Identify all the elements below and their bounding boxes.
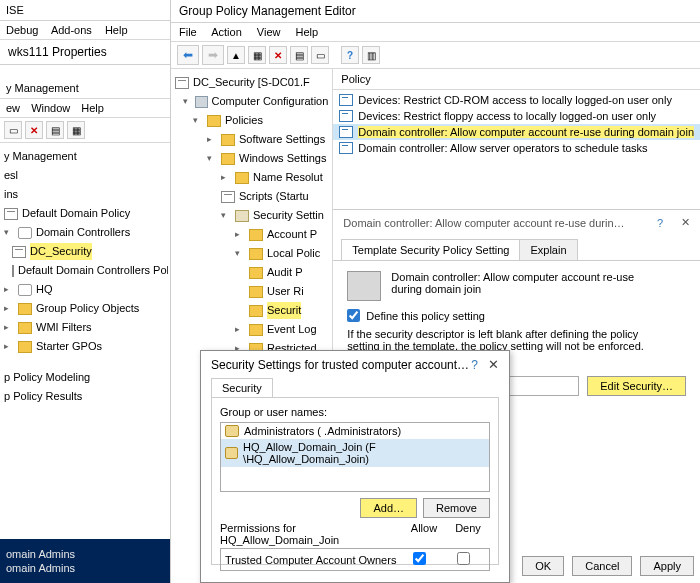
menu-view2[interactable]: View	[257, 26, 281, 38]
gpme-toolbar: ⬅ ➡ ▲ ▦ ✕ ▤ ▭ ? ▥	[171, 42, 700, 69]
chevron-right-icon[interactable]: ▸	[235, 321, 245, 338]
ou-icon	[18, 227, 32, 239]
tree-starter[interactable]: ▸Starter GPOs	[2, 337, 168, 356]
tree-default-domain-policy[interactable]: Default Domain Policy	[2, 204, 168, 223]
tree-modeling[interactable]: p Policy Modeling	[2, 368, 168, 387]
tree-forest[interactable]: esl	[2, 166, 168, 185]
tree-computer-config[interactable]: ▾Computer Configuration	[173, 92, 330, 111]
export-icon[interactable]: ▭	[311, 46, 329, 64]
group-row[interactable]: Administrators ( .Administrators)	[221, 423, 489, 439]
policy-row[interactable]: Domain controller: Allow server operator…	[333, 140, 700, 156]
tree-root-label: y Management	[4, 148, 77, 165]
menu-action[interactable]: Action	[211, 26, 242, 38]
add-button[interactable]: Add…	[360, 498, 417, 518]
tree-local-policies[interactable]: ▾Local Polic	[173, 244, 330, 263]
chevron-down-icon[interactable]: ▾	[4, 224, 14, 241]
close-icon[interactable]: ✕	[488, 357, 499, 372]
tree-software-settings[interactable]: ▸Software Settings	[173, 130, 330, 149]
tree-root[interactable]: y Management	[2, 147, 168, 166]
policy-row[interactable]: Devices: Restrict floppy access to local…	[333, 108, 700, 124]
tree-windows-settings[interactable]: ▾Windows Settings	[173, 149, 330, 168]
chevron-right-icon[interactable]: ▸	[235, 226, 245, 243]
tree-default-dc-policy[interactable]: Default Domain Controllers Pol	[2, 261, 168, 280]
group-user-list[interactable]: Administrators ( .Administrators) HQ_All…	[220, 422, 490, 492]
help-icon[interactable]: ?	[657, 217, 663, 229]
chevron-right-icon[interactable]: ▸	[4, 300, 14, 317]
menu-window[interactable]: Window	[31, 102, 70, 114]
tree-event-log[interactable]: ▸Event Log	[173, 320, 330, 339]
chevron-right-icon[interactable]: ▸	[4, 338, 14, 355]
menu-view[interactable]: ew	[6, 102, 20, 114]
deny-checkbox[interactable]	[457, 552, 470, 565]
options-icon[interactable]: ▥	[362, 46, 380, 64]
chevron-down-icon[interactable]: ▾	[193, 112, 203, 129]
toolbar-properties-icon[interactable]: ▤	[46, 121, 64, 139]
ok-button[interactable]: OK	[522, 556, 564, 576]
chevron-right-icon[interactable]: ▸	[4, 281, 14, 298]
chevron-right-icon[interactable]: ▸	[221, 169, 231, 186]
policy-column-header[interactable]: Policy	[333, 69, 700, 90]
chevron-right-icon[interactable]: ▸	[4, 319, 14, 336]
toolbar-delete-icon[interactable]: ✕	[25, 121, 43, 139]
tab-explain[interactable]: Explain	[519, 239, 577, 260]
tree-domain-controllers[interactable]: ▾Domain Controllers	[2, 223, 168, 242]
dialog-buttons: OK Cancel Apply	[522, 556, 694, 576]
menu-addons[interactable]: Add-ons	[51, 24, 92, 36]
tab-security[interactable]: Security	[211, 378, 273, 397]
chevron-down-icon[interactable]: ▾	[183, 93, 191, 110]
up-icon[interactable]: ▲	[227, 46, 245, 64]
tree-gpo-root[interactable]: DC_Security [S-DC01.F	[173, 73, 330, 92]
menu-debug[interactable]: Debug	[6, 24, 38, 36]
tree-account-policies[interactable]: ▸Account P	[173, 225, 330, 244]
tree-policies[interactable]: ▾Policies	[173, 111, 330, 130]
tree-audit-policy[interactable]: Audit P	[173, 263, 330, 282]
close-icon[interactable]: ✕	[681, 216, 690, 229]
tab-template[interactable]: Template Security Policy Setting	[341, 239, 520, 260]
help-icon[interactable]: ?	[471, 358, 478, 372]
tree-gpo[interactable]: ▸Group Policy Objects	[2, 299, 168, 318]
setting-note: If the security descriptor is left blank…	[347, 328, 647, 352]
toolbar-new-window-icon[interactable]: ▭	[4, 121, 22, 139]
chevron-down-icon[interactable]: ▾	[221, 207, 231, 224]
allow-checkbox[interactable]	[413, 552, 426, 565]
tree-results[interactable]: p Policy Results	[2, 387, 168, 406]
gpmc-tree[interactable]: y Management esl ins Default Domain Poli…	[0, 143, 170, 410]
policy-row[interactable]: Devices: Restrict CD-ROM access to local…	[333, 92, 700, 108]
menu-help3[interactable]: Help	[296, 26, 319, 38]
properties-icon[interactable]: ▤	[290, 46, 308, 64]
apply-button[interactable]: Apply	[640, 556, 694, 576]
policy-list[interactable]: Devices: Restrict CD-ROM access to local…	[333, 90, 700, 158]
define-policy-checkbox[interactable]: Define this policy setting	[347, 309, 686, 322]
edit-security-button[interactable]: Edit Security…	[587, 376, 686, 396]
remove-button[interactable]: Remove	[423, 498, 490, 518]
help-icon[interactable]: ?	[341, 46, 359, 64]
gpme-title: Group Policy Management Editor	[171, 0, 700, 23]
allow-header: Allow	[402, 522, 446, 546]
tree-dc-security[interactable]: DC_Security	[2, 242, 168, 261]
back-icon[interactable]: ⬅	[177, 45, 199, 65]
show-hide-tree-icon[interactable]: ▦	[248, 46, 266, 64]
group-row-selected[interactable]: HQ_Allow_Domain_Join (F \HQ_Allow_Domain…	[221, 439, 489, 467]
label: Security Settin	[253, 207, 324, 224]
tree-scripts[interactable]: Scripts (Startu	[173, 187, 330, 206]
tree-domains[interactable]: ins	[2, 185, 168, 204]
define-checkbox-input[interactable]	[347, 309, 360, 322]
toolbar-refresh-icon[interactable]: ▦	[67, 121, 85, 139]
gpo-link-icon	[12, 265, 14, 277]
tree-wmi[interactable]: ▸WMI Filters	[2, 318, 168, 337]
menu-file[interactable]: File	[179, 26, 197, 38]
tree-security-settings[interactable]: ▾Security Settin	[173, 206, 330, 225]
tree-hq[interactable]: ▸HQ	[2, 280, 168, 299]
chevron-down-icon[interactable]: ▾	[207, 150, 217, 167]
delete-icon[interactable]: ✕	[269, 46, 287, 64]
tree-name-resolution[interactable]: ▸Name Resolut	[173, 168, 330, 187]
deny-header: Deny	[446, 522, 490, 546]
tree-user-rights[interactable]: User Ri	[173, 282, 330, 301]
cancel-button[interactable]: Cancel	[572, 556, 632, 576]
menu-help[interactable]: Help	[105, 24, 128, 36]
policy-row-selected[interactable]: Domain controller: Allow computer accoun…	[333, 124, 700, 140]
menu-help2[interactable]: Help	[81, 102, 104, 114]
chevron-down-icon[interactable]: ▾	[235, 245, 245, 262]
chevron-right-icon[interactable]: ▸	[207, 131, 217, 148]
tree-security-options[interactable]: Securit	[173, 301, 330, 320]
